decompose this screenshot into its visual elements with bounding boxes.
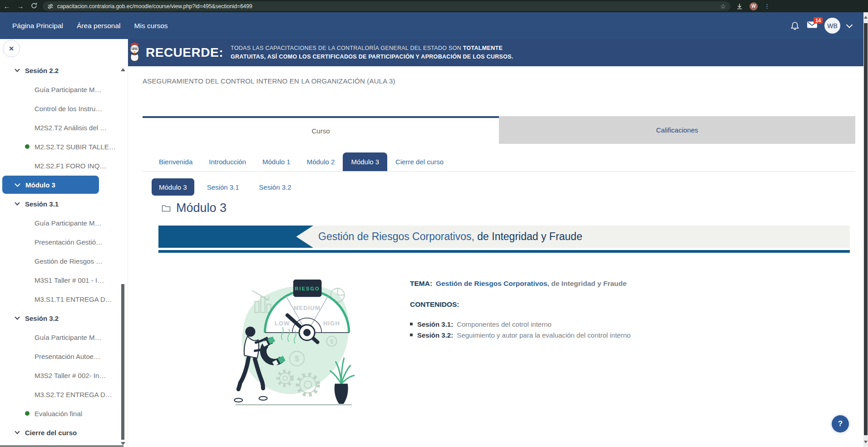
- site-info-icon[interactable]: [47, 3, 54, 10]
- browser-menu-icon[interactable]: ⋮: [764, 3, 770, 10]
- url-text: capacitacion.contraloria.gob.ec/moodle/c…: [57, 3, 252, 10]
- subtab-modulo-3-active[interactable]: Módulo 3: [152, 178, 194, 196]
- site-nav-links: Página Principal Área personal Mis curso…: [0, 20, 169, 32]
- browser-toolbar: ← → capacitacion.contraloria.gob.ec/mood…: [0, 0, 868, 12]
- browser-actions: W ⋮: [733, 2, 774, 10]
- course-title: ASEGURAMIENTO DEL CONTROL INTERNO EN LA …: [143, 77, 395, 85]
- gauge-label-low: LOW: [275, 320, 290, 327]
- browser-profile-avatar[interactable]: W: [750, 2, 758, 10]
- sidebar-item-guia-participante-m2[interactable]: Guía Participante M…: [0, 80, 122, 99]
- folder-icon: [162, 204, 171, 212]
- user-menu-chevron-icon[interactable]: [846, 21, 853, 28]
- tab-cierre-del-curso[interactable]: Cierre del curso: [387, 152, 452, 171]
- sidebar-item-evaluacion-final[interactable]: Evaluación final: [0, 404, 122, 423]
- messages-button[interactable]: 14: [807, 21, 818, 30]
- recuerde-text: TODAS LAS CAPACITACIONES DE LA CONTRALOR…: [231, 44, 513, 61]
- course-index-list: Sesión 2.2 Guía Participante M… Control …: [0, 61, 122, 442]
- tema-rest: , de Integridad y Fraude: [547, 280, 627, 287]
- svg-text:$: $: [295, 354, 299, 363]
- scroll-down-arrow[interactable]: [864, 441, 868, 443]
- sidebar-item-m3s2-t2-entrega[interactable]: M3.S2.T2 ENTREGA D…: [0, 385, 122, 404]
- sidebar-item-presentacion-gestion[interactable]: Presentación Gestió…: [0, 232, 122, 251]
- chevron-down-icon: [15, 67, 20, 72]
- contenido-item: Sesión 3.1: Componentes del cotrol inter…: [410, 319, 631, 329]
- sidebar-item-m2s2-f1-foro[interactable]: M2.S2.F1 FORO INQ…: [0, 156, 122, 175]
- close-sidebar-button[interactable]: ✕: [3, 40, 20, 57]
- subtab-sesion-3-2[interactable]: Sesión 3.2: [252, 178, 299, 196]
- sidebar-section-sesion-3-1[interactable]: Sesión 3.1: [0, 194, 122, 213]
- recuerde-line2: GRATUITAS, ASÍ COMO LOS CERTIFICADOS DE …: [231, 54, 513, 60]
- notifications-bell-icon[interactable]: [790, 21, 800, 31]
- contenidos-label: CONTENIDOS:: [410, 300, 459, 309]
- sidebar-item-guia-participante-m3s1[interactable]: Guía Participante M…: [0, 213, 122, 232]
- sidebar-item-guia-participante-m3s2[interactable]: Guía Participante M…: [0, 328, 122, 347]
- browser-reload-button[interactable]: [27, 0, 41, 12]
- tema-line: TEMA:Gestión de Riesgos Corporativos, de…: [410, 280, 626, 288]
- page-scrollbar-thumb[interactable]: [864, 23, 868, 435]
- messages-count-badge: 14: [814, 17, 823, 24]
- browser-back-button[interactable]: ←: [0, 0, 14, 12]
- site-navbar: Página Principal Área personal Mis curso…: [0, 12, 863, 39]
- nav-area-personal[interactable]: Área personal: [76, 20, 122, 32]
- course-index-sidebar: ✕ Sesión 2.2 Guía Participante M… Contro…: [0, 39, 128, 447]
- module-title: Gestión de Riesgos Corporativos, de Inte…: [318, 226, 582, 248]
- bookmark-star-icon[interactable]: ☆: [720, 3, 726, 10]
- module-title-banner: Gestión de Riesgos Corporativos, de Inte…: [158, 226, 850, 248]
- section-heading-text: Módulo 3: [176, 201, 227, 215]
- tab-modulo-1[interactable]: Módulo 1: [254, 152, 299, 171]
- recuerde-banner: RECUERDE: TODAS LAS CAPACITACIONES DE LA…: [128, 39, 863, 66]
- sidebar-section-sesion-2-2[interactable]: Sesión 2.2: [0, 61, 122, 80]
- tab-modulo-2[interactable]: Módulo 2: [299, 152, 343, 171]
- main-content: ASEGURAMIENTO DEL CONTROL INTERNO EN LA …: [128, 66, 863, 447]
- browser-forward-button[interactable]: →: [14, 0, 27, 12]
- gauge-label-medium: MEDIUM: [294, 305, 321, 311]
- scroll-up-arrow[interactable]: [864, 16, 868, 19]
- site-nav-user-area: 14 WB: [790, 18, 863, 34]
- module-subtabs: Módulo 3 Sesión 3.1 Sesión 3.2: [152, 178, 299, 196]
- tab-calificaciones[interactable]: Calificaciones: [499, 116, 855, 144]
- tab-curso[interactable]: Curso: [143, 116, 499, 144]
- help-button[interactable]: ?: [832, 415, 849, 432]
- sidebar-scroll-up-arrow[interactable]: [121, 68, 125, 71]
- page-scrollbar[interactable]: [863, 12, 868, 447]
- sidebar-item-m2s2-t2-subir-taller[interactable]: M2.S2.T2 SUBIR TALLE…: [0, 137, 122, 156]
- sidebar-item-m2s2-t2-analisis[interactable]: M2S2.T2 Análisis del …: [0, 118, 122, 137]
- tab-modulo-3-active[interactable]: Módulo 3: [343, 152, 387, 171]
- gauge-label-high: HIGH: [323, 320, 340, 327]
- user-avatar[interactable]: WB: [824, 18, 840, 34]
- course-section-tabs: Bienvenida Introducción Módulo 1 Módulo …: [143, 152, 855, 172]
- svg-text:$: $: [330, 339, 333, 345]
- sidebar-section-sesion-3-2[interactable]: Sesión 3.2: [0, 309, 122, 328]
- ribbon-shape: [158, 226, 313, 248]
- tema-highlight: Gestión de Riesgos Corporativos: [436, 280, 547, 287]
- sidebar-item-control-instrumentos[interactable]: Control de los Instru…: [0, 99, 122, 118]
- recuerde-label: RECUERDE:: [146, 45, 223, 60]
- bullet-icon: [410, 323, 413, 325]
- completion-dot-icon: [25, 144, 30, 149]
- sidebar-item-gestion-de-riesgos[interactable]: Gestión de Riesgos …: [0, 251, 122, 270]
- sidebar-section-modulo-3-active[interactable]: Módulo 3: [2, 176, 99, 194]
- sidebar-item-m3s1-taller-001[interactable]: M3S1 Taller # 001 - I…: [0, 270, 122, 290]
- risk-gauge-illustration: LOW MEDIUM HIGH RIESGO $ $: [229, 274, 360, 412]
- section-heading: Módulo 3: [162, 201, 227, 215]
- sidebar-horizontal-scrollbar[interactable]: [0, 445, 123, 447]
- sidebar-scrollbar-thumb[interactable]: [121, 284, 124, 440]
- sidebar-item-m3s2-taller-002[interactable]: M3S2 Taller # 002- In…: [0, 366, 122, 385]
- sidebar-item-presentacion-autoe[interactable]: Presentación Autoe…: [0, 347, 122, 366]
- nav-pagina-principal[interactable]: Página Principal: [11, 20, 64, 32]
- download-icon[interactable]: [736, 3, 743, 10]
- bullet-icon: [410, 334, 413, 336]
- nav-mis-cursos[interactable]: Mis cursos: [133, 20, 169, 32]
- tab-introduccion[interactable]: Introducción: [201, 152, 254, 171]
- recuerde-line1: TODAS LAS CAPACITACIONES DE LA CONTRALOR…: [231, 45, 463, 51]
- sidebar-item-m3s1-t1-entrega[interactable]: M3.S1.T1 ENTREGA D…: [0, 290, 122, 309]
- tab-bienvenida[interactable]: Bienvenida: [151, 152, 201, 171]
- address-bar[interactable]: capacitacion.contraloria.gob.ec/moodle/c…: [43, 1, 730, 11]
- subtab-sesion-3-1[interactable]: Sesión 3.1: [200, 178, 247, 196]
- sidebar-scroll-down-arrow[interactable]: [121, 442, 125, 445]
- gauge-label-riesgo: RIESGO: [295, 286, 320, 291]
- sidebar-section-cierre-del-curso[interactable]: Cierre del curso: [0, 423, 122, 442]
- reload-icon: [31, 2, 37, 9]
- contenido-item: Sesión 3.2: Seguimiento y autor para la …: [410, 329, 631, 340]
- chevron-down-icon: [15, 200, 20, 205]
